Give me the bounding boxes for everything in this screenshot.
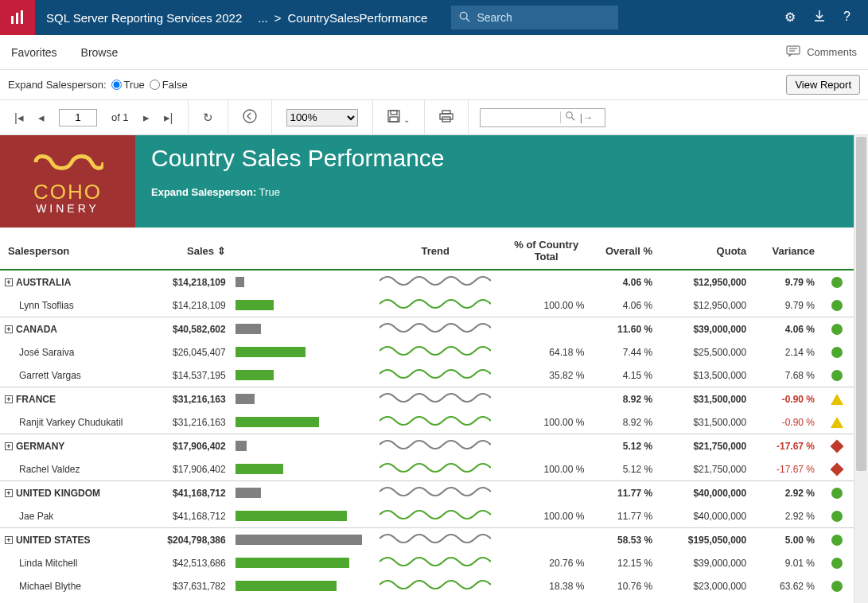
table-row: Rachel Valdez$17,906,402100.00 %5.12 %$2…: [0, 457, 854, 481]
svg-rect-2: [21, 10, 23, 24]
last-page-icon[interactable]: ▸|: [164, 111, 173, 125]
svg-rect-1: [16, 13, 18, 24]
report-viewport: COHO WINERY Country Sales Performance Ex…: [0, 135, 868, 603]
back-icon[interactable]: [243, 109, 257, 126]
nav-comments[interactable]: Comments: [786, 45, 857, 59]
col-trend[interactable]: Trend: [367, 232, 504, 270]
table-row: Jae Pak$41,168,712100.00 %11.77 %$40,000…: [0, 504, 854, 528]
svg-rect-0: [11, 16, 14, 24]
nav-browse[interactable]: Browse: [81, 46, 119, 59]
page-of-label: of 1: [111, 111, 129, 123]
indicator-green: [831, 324, 843, 335]
report-title: Country Sales Performance: [151, 145, 445, 172]
sales-table: Salesperson Sales ⇕ Trend % of Country T…: [0, 232, 854, 603]
table-row: Linda Mitchell$42,513,68620.76 %12.15 %$…: [0, 551, 854, 574]
first-page-icon[interactable]: |◂: [14, 111, 24, 125]
svg-point-10: [243, 110, 256, 123]
expand-icon[interactable]: +: [5, 325, 13, 333]
param-false[interactable]: False: [150, 79, 188, 91]
nav-bar: Favorites Browse Comments: [0, 35, 868, 70]
svg-line-18: [571, 118, 574, 121]
zoom-select[interactable]: 100%: [286, 109, 358, 126]
col-quota[interactable]: Quota: [657, 232, 751, 270]
find-next-icon[interactable]: |→: [580, 111, 593, 123]
expand-icon[interactable]: +: [5, 278, 13, 286]
svg-point-3: [461, 12, 468, 19]
expand-icon[interactable]: +: [5, 536, 13, 544]
search-input[interactable]: [477, 11, 604, 24]
vertical-scrollbar[interactable]: [854, 135, 868, 603]
comments-label: Comments: [807, 46, 857, 58]
col-sales[interactable]: Sales ⇕: [154, 232, 231, 270]
breadcrumb-sep: >: [274, 11, 282, 25]
expand-icon[interactable]: +: [5, 442, 13, 450]
col-pct-country[interactable]: % of Country Total: [504, 232, 589, 270]
save-icon[interactable]: ⌄: [387, 110, 410, 125]
param-true[interactable]: True: [111, 79, 145, 91]
nav-favorites[interactable]: Favorites: [11, 46, 57, 59]
table-row: +FRANCE$31,216,1638.92 %$31,500,000-0.90…: [0, 387, 854, 411]
table-row: Garrett Vargas$14,537,19535.82 %4.15 %$1…: [0, 364, 854, 387]
indicator-yellow: [831, 417, 843, 428]
col-bar-header: [231, 232, 368, 270]
app-title: SQL Server Reporting Services 2022: [46, 11, 242, 25]
report-search-input[interactable]: [481, 111, 560, 123]
find-icon[interactable]: [566, 111, 575, 123]
svg-rect-12: [391, 111, 397, 115]
table-row: +GERMANY$17,906,4025.12 %$21,750,000-17.…: [0, 434, 854, 458]
breadcrumb: ... > CountrySalesPerformance: [258, 11, 427, 25]
page-number-input[interactable]: [59, 109, 97, 126]
table-row: Lynn Tsoflias$14,218,109100.00 %4.06 %$1…: [0, 294, 854, 317]
svg-point-17: [566, 112, 572, 119]
parameter-bar: Expand Salesperson: True False View Repo…: [0, 70, 868, 100]
table-row: +AUSTRALIA$14,218,1094.06 %$12,950,0009.…: [0, 270, 854, 294]
table-row: +CANADA$40,582,60211.60 %$39,000,0004.06…: [0, 317, 854, 341]
scroll-thumb[interactable]: [856, 137, 866, 471]
col-indicator: [819, 232, 854, 270]
indicator-green: [831, 277, 843, 288]
table-row: +UNITED KINGDOM$41,168,71211.77 %$40,000…: [0, 481, 854, 505]
col-salesperson[interactable]: Salesperson: [0, 232, 154, 270]
indicator-green: [831, 581, 843, 592]
breadcrumb-ellipsis[interactable]: ...: [258, 11, 268, 25]
help-icon[interactable]: ?: [843, 10, 850, 25]
comments-icon: [786, 45, 800, 59]
gear-icon[interactable]: ⚙: [784, 10, 796, 25]
report-search[interactable]: |→: [480, 108, 605, 127]
table-row: Ranjit Varkey Chudukatil$31,216,163100.0…: [0, 410, 854, 434]
company-logo: COHO WINERY: [0, 135, 135, 228]
table-row: +UNITED STATES$204,798,38658.53 %$195,05…: [0, 528, 854, 552]
indicator-red: [830, 440, 843, 453]
col-variance[interactable]: Variance: [751, 232, 819, 270]
report-subtitle: Expand Salesperson: True: [151, 186, 445, 198]
search-icon: [459, 11, 470, 25]
table-row: Jillian Carson$31,894,18415.57 %9.12 %$3…: [0, 597, 854, 603]
top-actions: ⚙ ?: [784, 10, 868, 25]
download-icon[interactable]: [813, 10, 826, 25]
breadcrumb-current[interactable]: CountrySalesPerformance: [288, 11, 428, 25]
app-logo[interactable]: [0, 0, 35, 35]
expand-icon[interactable]: +: [5, 395, 13, 403]
table-row: Michael Blythe$37,631,78218.38 %10.76 %$…: [0, 574, 854, 597]
indicator-green: [831, 511, 843, 522]
svg-rect-7: [787, 46, 800, 54]
expand-icon[interactable]: +: [5, 489, 13, 497]
indicator-green: [831, 558, 843, 569]
next-page-icon[interactable]: ▸: [143, 111, 150, 125]
indicator-green: [831, 488, 843, 499]
indicator-green: [831, 300, 843, 311]
indicator-yellow: [831, 394, 843, 405]
col-overall[interactable]: Overall %: [589, 232, 657, 270]
table-row: José Saraiva$26,045,40764.18 %7.44 %$25,…: [0, 340, 854, 364]
global-search[interactable]: [451, 6, 618, 29]
prev-page-icon[interactable]: ◂: [38, 111, 45, 125]
indicator-green: [831, 535, 843, 546]
svg-line-4: [467, 18, 470, 21]
param-label: Expand Salesperson:: [8, 79, 107, 91]
refresh-icon[interactable]: ↻: [203, 111, 213, 125]
view-report-button[interactable]: View Report: [786, 75, 860, 95]
print-icon[interactable]: [439, 110, 453, 125]
report-toolbar: |◂ ◂ of 1 ▸ ▸| ↻ 100% ⌄ |→: [0, 100, 868, 135]
indicator-green: [831, 370, 843, 381]
indicator-green: [831, 347, 843, 358]
